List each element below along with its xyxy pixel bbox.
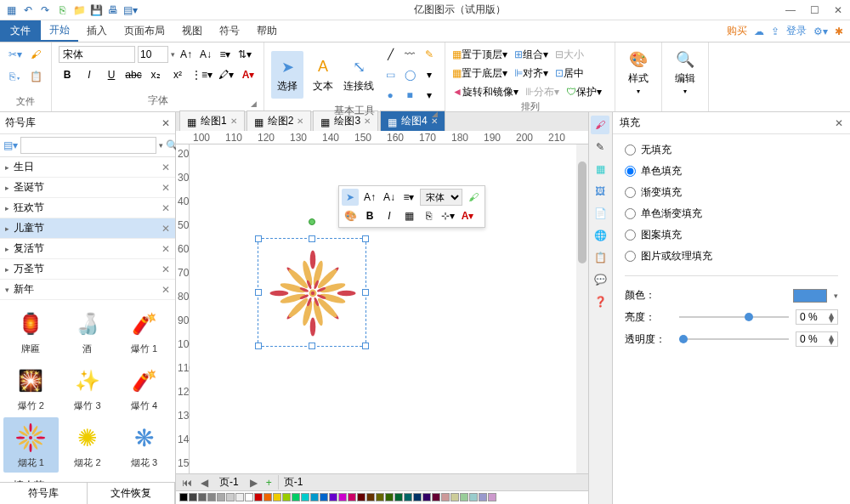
color-swatch[interactable] <box>460 493 468 501</box>
square-tool[interactable]: ■ <box>401 87 418 104</box>
layer-tool-icon[interactable]: 📄 <box>591 204 609 223</box>
open-button[interactable]: 📁 <box>71 3 87 18</box>
line-icon[interactable]: ⊹▾ <box>439 207 456 224</box>
redo-button[interactable]: ↷ <box>37 3 53 18</box>
color-swatch[interactable] <box>301 493 309 501</box>
find-button[interactable]: 🔍 编辑▾ <box>669 48 701 96</box>
selection-box[interactable] <box>258 238 366 347</box>
copy-icon[interactable]: ⎘ <box>420 207 437 224</box>
category-valentine[interactable]: ▸情人节✕ <box>0 476 175 482</box>
bring-front-button[interactable]: ▦ 置于顶层▾ <box>452 46 507 63</box>
group-button[interactable]: ⊞ 组合▾ <box>514 46 548 63</box>
rotate-button[interactable]: ◄ 旋转和镜像▾ <box>452 83 518 100</box>
symbol-search-input[interactable] <box>20 137 156 154</box>
color-swatch[interactable] <box>235 493 244 501</box>
color-swatch[interactable] <box>413 493 422 501</box>
category-children[interactable]: ▸儿童节✕ <box>0 218 175 239</box>
tools-launcher-icon[interactable]: ◢ <box>432 110 438 118</box>
text-tool-button[interactable]: A 文本 <box>307 51 339 99</box>
canvas-scrollbar-v[interactable] <box>576 144 588 473</box>
color-swatch[interactable] <box>357 493 366 501</box>
file-menu[interactable]: 文件 <box>0 20 41 42</box>
shadow-tool-icon[interactable]: ▦ <box>591 160 609 178</box>
tab-insert[interactable]: 插入 <box>78 20 116 42</box>
symbol-firecracker-4[interactable]: 🧨爆竹 4 <box>116 360 172 416</box>
symbol-category-list[interactable]: ▸生日✕ ▸圣诞节✕ ▸狂欢节✕ ▸儿童节✕ ▸复活节✕ ▸万圣节✕ ▾新年✕ … <box>0 157 175 482</box>
paste-button[interactable]: 📋 <box>27 68 44 85</box>
color-swatch[interactable] <box>292 493 300 501</box>
opacity-value[interactable]: 0 %▴▾ <box>796 331 838 347</box>
image-tool-icon[interactable]: 🖼 <box>591 182 609 201</box>
line-tool[interactable]: ╱ <box>382 46 399 63</box>
maximize-button[interactable]: ☐ <box>806 4 823 16</box>
canvas[interactable]: ➤ A↑ A↓ ≡▾ 宋体 🖌 🎨 B I ▦ ⎘ ⊹▾ A▾ <box>190 144 588 473</box>
italic-button[interactable]: I <box>81 66 98 83</box>
subscript-button[interactable]: x₂ <box>147 66 164 83</box>
font-family-mini[interactable]: 宋体 <box>420 189 462 206</box>
color-swatch[interactable] <box>329 493 337 501</box>
resize-handle-ml[interactable] <box>255 289 262 296</box>
fill-tool-icon[interactable]: 🖌 <box>591 116 609 134</box>
select-tool-button[interactable]: ➤ 选择 <box>271 51 303 99</box>
color-swatch[interactable] <box>385 493 394 501</box>
cloud-icon[interactable]: ☁ <box>754 25 764 37</box>
curve-tool[interactable]: 〰 <box>401 46 418 63</box>
close-icon[interactable]: ✕ <box>162 263 170 275</box>
fill-icon[interactable]: ▦ <box>400 207 417 224</box>
format-painter-button[interactable]: 🖌 <box>27 46 44 63</box>
close-icon[interactable]: ✕ <box>162 161 170 173</box>
color-swatch[interactable] <box>422 493 431 501</box>
app-icon[interactable]: ▦ <box>3 3 19 18</box>
color-swatch[interactable] <box>226 493 235 501</box>
underline-button[interactable]: U <box>103 66 120 83</box>
help-icon[interactable]: ❓ <box>591 292 609 311</box>
chevron-down-icon[interactable]: ▾ <box>834 292 838 300</box>
page-tab-2[interactable]: 页-1 <box>278 475 303 490</box>
symbol-firework-2[interactable]: ✺烟花 2 <box>60 417 116 473</box>
print-button[interactable]: 🖶 <box>105 3 121 18</box>
pencil-tool[interactable]: ✎ <box>421 46 438 63</box>
firework-shape[interactable] <box>266 246 360 340</box>
symbol-wine[interactable]: 🍶酒 <box>60 303 116 359</box>
circle-tool[interactable]: ● <box>382 87 399 104</box>
symbol-plaque[interactable]: 🏮牌匾 <box>3 303 59 359</box>
gear-icon[interactable]: ⚙▾ <box>813 25 828 37</box>
fill-picture-radio[interactable]: 图片或纹理填充 <box>625 249 838 263</box>
login-link[interactable]: 登录 <box>786 24 807 38</box>
resize-handle-bm[interactable] <box>309 343 315 349</box>
color-swatch[interactable] <box>273 493 281 501</box>
rotate-handle[interactable] <box>309 218 315 225</box>
share-icon[interactable]: ⇪ <box>771 25 779 37</box>
font-family-select[interactable] <box>59 46 135 63</box>
comment-tool-icon[interactable]: 💬 <box>591 270 609 289</box>
color-swatch[interactable] <box>189 493 197 501</box>
fill-solid-radio[interactable]: 单色填充 <box>625 164 838 178</box>
category-halloween[interactable]: ▸万圣节✕ <box>0 259 175 280</box>
superscript-button[interactable]: x² <box>169 66 186 83</box>
bullets-button[interactable]: ⋮≡▾ <box>191 66 212 83</box>
line-tool-icon[interactable]: ✎ <box>591 138 609 156</box>
style-button[interactable]: 🎨 样式▾ <box>622 48 654 96</box>
copy-button[interactable]: ⎘▾ <box>7 68 24 85</box>
save-button[interactable]: 💾 <box>88 3 104 18</box>
color-swatch[interactable] <box>198 493 207 501</box>
symbol-firework-1[interactable]: 烟花 1 <box>3 417 59 473</box>
line-spacing-button[interactable]: ⇅▾ <box>236 46 253 63</box>
category-birthday[interactable]: ▸生日✕ <box>0 157 175 178</box>
page-next-icon[interactable]: ▶ <box>247 477 260 489</box>
close-icon[interactable]: ✕ <box>162 202 170 214</box>
fill-solid-gradient-radio[interactable]: 单色渐变填充 <box>625 207 838 221</box>
page-prev-icon[interactable]: ◀ <box>198 477 211 489</box>
resize-handle-bl[interactable] <box>255 343 262 349</box>
close-icon[interactable]: ✕ <box>835 117 843 129</box>
color-swatch[interactable] <box>245 493 253 501</box>
pointer-icon[interactable]: ➤ <box>342 189 359 206</box>
connector-tool-button[interactable]: ⤡ 连接线 <box>343 51 375 99</box>
more-shapes[interactable]: ▾ <box>421 87 438 104</box>
resize-handle-tl[interactable] <box>255 235 262 242</box>
palette-icon[interactable]: ✱ <box>835 25 843 37</box>
color-swatch[interactable] <box>394 493 403 501</box>
brightness-slider[interactable] <box>679 316 789 318</box>
color-swatch[interactable] <box>450 493 459 501</box>
resize-handle-mr[interactable] <box>362 289 369 296</box>
